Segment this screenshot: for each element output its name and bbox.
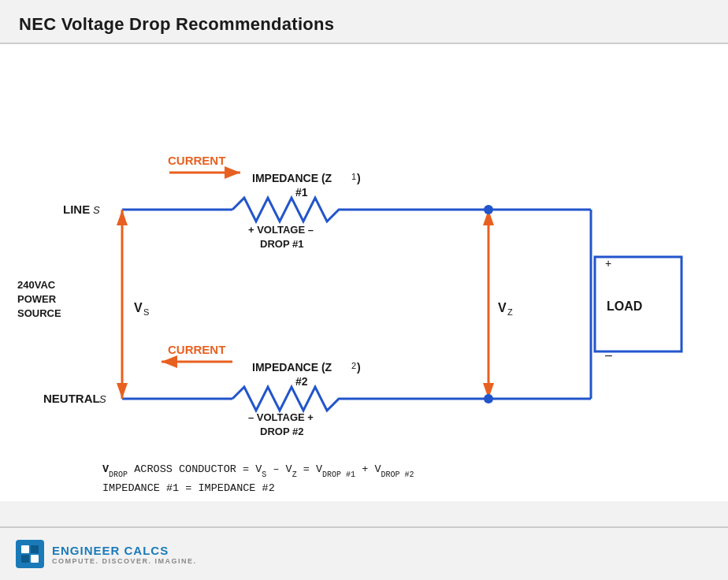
svg-text:– VOLTAGE +: – VOLTAGE + bbox=[248, 411, 314, 423]
svg-text:S: S bbox=[143, 307, 149, 317]
svg-text:POWER: POWER bbox=[17, 293, 57, 305]
svg-text:VDROP ACROSS CONDUCTOR = VS – : VDROP ACROSS CONDUCTOR = VS – VZ = VDROP… bbox=[102, 463, 414, 479]
logo-cell bbox=[21, 555, 29, 563]
svg-marker-9 bbox=[117, 383, 128, 399]
svg-text:#2: #2 bbox=[295, 375, 308, 388]
diagram-area: LINE S NEUTRAL S 240VAC POWER SOURCE V S… bbox=[0, 44, 728, 501]
title-bar: NEC Voltage Drop Recommendations bbox=[0, 0, 728, 43]
svg-marker-17 bbox=[225, 166, 240, 179]
brand-name: ENGINEER CALCS bbox=[52, 544, 197, 557]
footer: ENGINEER CALCS COMPUTE. DISCOVER. IMAGIN… bbox=[0, 526, 728, 580]
svg-text:IMPEDANCE #1 = IMPEDANCE #2: IMPEDANCE #1 = IMPEDANCE #2 bbox=[102, 482, 275, 494]
svg-text:LOAD: LOAD bbox=[607, 299, 642, 313]
svg-text:NEUTRAL: NEUTRAL bbox=[43, 392, 100, 405]
logo-cell bbox=[31, 555, 39, 563]
svg-text:+: + bbox=[605, 257, 611, 270]
svg-text:–: – bbox=[605, 348, 612, 362]
svg-text:IMPEDANCE (Z: IMPEDANCE (Z bbox=[252, 361, 332, 374]
svg-text:IMPEDANCE (Z: IMPEDANCE (Z bbox=[252, 172, 332, 184]
brand-tagline: COMPUTE. DISCOVER. IMAGINE. bbox=[52, 557, 197, 565]
svg-text:2: 2 bbox=[351, 361, 356, 370]
svg-text:V: V bbox=[498, 301, 507, 314]
svg-text:+ VOLTAGE –: + VOLTAGE – bbox=[248, 224, 314, 236]
svg-text:SOURCE: SOURCE bbox=[17, 307, 61, 319]
svg-text:240VAC: 240VAC bbox=[17, 279, 56, 291]
svg-text:#1: #1 bbox=[295, 186, 308, 199]
svg-text:S: S bbox=[99, 393, 106, 405]
svg-text:): ) bbox=[357, 361, 361, 374]
logo: ENGINEER CALCS COMPUTE. DISCOVER. IMAGIN… bbox=[16, 540, 197, 568]
circuit-diagram: LINE S NEUTRAL S 240VAC POWER SOURCE V S… bbox=[0, 44, 728, 501]
svg-text:CURRENT: CURRENT bbox=[168, 154, 225, 167]
footer-text: ENGINEER CALCS COMPUTE. DISCOVER. IMAGIN… bbox=[52, 544, 197, 565]
svg-text:DROP #2: DROP #2 bbox=[260, 426, 303, 437]
svg-point-14 bbox=[484, 205, 493, 214]
svg-marker-19 bbox=[162, 355, 177, 368]
svg-text:): ) bbox=[357, 172, 361, 184]
svg-text:V: V bbox=[134, 301, 143, 314]
logo-icon bbox=[16, 540, 44, 568]
svg-text:1: 1 bbox=[351, 172, 356, 181]
logo-cell bbox=[31, 545, 39, 553]
svg-text:S: S bbox=[93, 204, 100, 216]
logo-cell bbox=[21, 545, 29, 553]
svg-text:LINE: LINE bbox=[63, 203, 90, 216]
svg-text:CURRENT: CURRENT bbox=[168, 343, 225, 356]
svg-text:DROP #1: DROP #1 bbox=[260, 238, 303, 250]
page: NEC Voltage Drop Recommendations bbox=[0, 0, 728, 580]
svg-text:Z: Z bbox=[507, 307, 513, 317]
svg-point-15 bbox=[484, 394, 493, 403]
page-title: NEC Voltage Drop Recommendations bbox=[19, 14, 709, 35]
svg-marker-8 bbox=[117, 210, 128, 225]
